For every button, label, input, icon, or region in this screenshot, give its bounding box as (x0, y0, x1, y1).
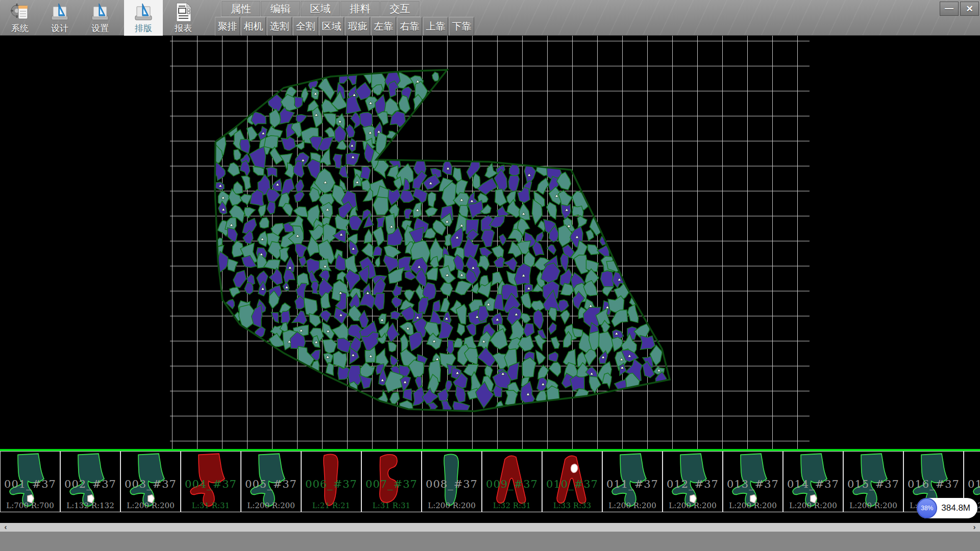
thumbnail-cell-012_#37[interactable]: 012_#37L:200 R:200 (663, 451, 723, 512)
thumbnail-lr-count: L:132 R:132 (61, 501, 120, 510)
thumbnail-lr-count: L:200 R:200 (723, 501, 782, 510)
app-button-layout[interactable]: 排版 (124, 0, 163, 36)
thumbnail-cell-008_#37[interactable]: 008_#37L:200 R:200 (422, 451, 482, 512)
memory-usage-badge: 38% 384.8M (917, 498, 977, 518)
thumbnail-id: 001_#37 (1, 478, 60, 490)
thumbnail-id: 009_#37 (482, 478, 542, 490)
tool-button-8[interactable]: 上靠 (423, 17, 448, 36)
app-button-report[interactable]: 报表 (167, 0, 199, 36)
tool-button-4[interactable]: 区域 (319, 17, 344, 36)
thumbnail-lr-count: L:200 R:200 (603, 501, 662, 510)
thumbnail-id: 012_#37 (663, 478, 722, 490)
tool-bar: 聚排相机选割全割区域瑕疵左靠右靠上靠下靠 (215, 17, 475, 36)
nesting-canvas[interactable] (0, 36, 980, 449)
tool-button-9[interactable]: 下靠 (449, 17, 474, 36)
thumbnail-cell-014_#37[interactable]: 014_#37L:200 R:200 (783, 451, 843, 512)
thumbnail-lr-count: L:200 R:200 (663, 501, 722, 510)
thumbnail-lr-count: L:200 R:200 (121, 501, 180, 510)
thumbnail-cell-010_#37[interactable]: 010_#37L:33 R:33 (542, 451, 602, 512)
tool-button-1[interactable]: 相机 (241, 17, 266, 36)
menu-bar: 属性编辑区域排料交互 (221, 1, 420, 17)
tool-button-7[interactable]: 右靠 (397, 17, 422, 36)
app-button-label: 报表 (175, 23, 192, 34)
thumbnail-id: 003_#37 (121, 478, 180, 490)
thumbnail-cell-001_#37[interactable]: 001_#37L:700 R:700 (0, 451, 60, 512)
thumbnail-id: 010_#37 (543, 478, 602, 490)
thumbnail-cell-003_#37[interactable]: 003_#37L:200 R:200 (120, 451, 181, 512)
app-button-label: 系统 (11, 23, 29, 34)
thumbnail-cell-002_#37[interactable]: 002_#37L:132 R:132 (60, 451, 120, 512)
thumbnail-id: 013_#37 (723, 478, 782, 490)
scroll-left-icon[interactable]: ‹ (0, 522, 11, 531)
tool-button-3[interactable]: 全割 (293, 17, 318, 36)
piece-thumbnail-strip: 001_#37L:700 R:700002_#37L:132 R:132003_… (0, 451, 980, 512)
thumbnail-lr-count: L:33 R:33 (543, 501, 602, 510)
thumbnail-lr-count: L:700 R:700 (1, 501, 60, 510)
design-icon (50, 2, 70, 23)
report-icon (173, 2, 193, 23)
thumbnail-lr-count: L:31 R:31 (362, 501, 421, 510)
tool-button-5[interactable]: 瑕疵 (345, 17, 370, 36)
thumbnail-id: 014_#37 (783, 478, 843, 490)
thumbnail-cell-013_#37[interactable]: 013_#37L:200 R:200 (723, 451, 783, 512)
layout-icon (133, 2, 154, 23)
thumbnail-lr-count: L:31 R:31 (181, 501, 240, 510)
thumbnail-cell-004_#37[interactable]: 004_#37L:31 R:31 (181, 451, 241, 512)
menu-item-4[interactable]: 交互 (380, 1, 420, 17)
thumbnail-id: 011_#37 (603, 478, 662, 490)
thumbnail-lr-count: L:32 R:31 (482, 501, 542, 510)
thumbnail-id: 008_#37 (422, 478, 481, 490)
system-icon (10, 2, 30, 23)
thumbnail-lr-count: L:200 R:200 (844, 501, 903, 510)
toolbar: 系统 设计 设置 排版 (0, 0, 980, 36)
app-button-label: 设计 (51, 23, 68, 34)
thumbnail-id: 017_#37 (964, 478, 980, 490)
tool-button-6[interactable]: 左靠 (371, 17, 396, 36)
tool-button-0[interactable]: 聚排 (215, 17, 240, 36)
thumbnail-id: 006_#37 (302, 478, 361, 490)
menu-item-3[interactable]: 排料 (340, 1, 380, 17)
thumbnail-lr-count: L:200 R:200 (241, 501, 301, 510)
app-button-label: 排版 (135, 23, 152, 34)
nested-pieces (210, 68, 667, 417)
nested-hide-svg (0, 36, 980, 449)
minimize-button[interactable]: — (940, 2, 959, 16)
horizontal-scrollbar[interactable]: ‹ › (0, 523, 980, 532)
scroll-right-icon[interactable]: › (969, 522, 980, 531)
thumbnail-id: 002_#37 (61, 478, 120, 490)
thumbnail-lr-count: L:200 R:200 (783, 501, 843, 510)
bottom-status-bar (0, 532, 980, 551)
menu-item-1[interactable]: 编辑 (261, 1, 301, 17)
thumbnail-cell-007_#37[interactable]: 007_#37L:31 R:31 (361, 451, 422, 512)
app-button-design[interactable]: 设计 (44, 0, 76, 36)
thumbnail-id: 007_#37 (362, 478, 421, 490)
thumbnail-cell-009_#37[interactable]: 009_#37L:32 R:31 (482, 451, 542, 512)
menu-item-2[interactable]: 区域 (301, 1, 340, 17)
tool-button-2[interactable]: 选割 (267, 17, 292, 36)
memory-value: 384.8M (941, 503, 970, 513)
app-button-settings[interactable]: 设置 (84, 0, 116, 36)
window-controls: — ✕ (940, 2, 979, 16)
thumbnail-id: 004_#37 (181, 478, 240, 490)
thumbnail-lr-count: L:200 R:200 (422, 501, 481, 510)
thumbnail-id: 005_#37 (241, 478, 301, 490)
thumbnail-cell-015_#37[interactable]: 015_#37L:200 R:200 (843, 451, 903, 512)
thumbnail-cell-005_#37[interactable]: 005_#37L:200 R:200 (241, 451, 301, 512)
menu-item-0[interactable]: 属性 (221, 1, 261, 17)
thumbnail-id: 016_#37 (904, 478, 963, 490)
thumbnail-id: 015_#37 (844, 478, 903, 490)
app-button-system[interactable]: 系统 (4, 0, 36, 36)
close-button[interactable]: ✕ (960, 2, 979, 16)
usage-percent-indicator: 38% (917, 498, 937, 518)
thumbnail-lr-count: L:21 R:21 (302, 501, 361, 510)
thumbnail-cell-006_#37[interactable]: 006_#37L:21 R:21 (301, 451, 361, 512)
settings-icon (90, 2, 110, 23)
app-button-label: 设置 (91, 23, 109, 34)
thumbnail-cell-011_#37[interactable]: 011_#37L:200 R:200 (602, 451, 663, 512)
